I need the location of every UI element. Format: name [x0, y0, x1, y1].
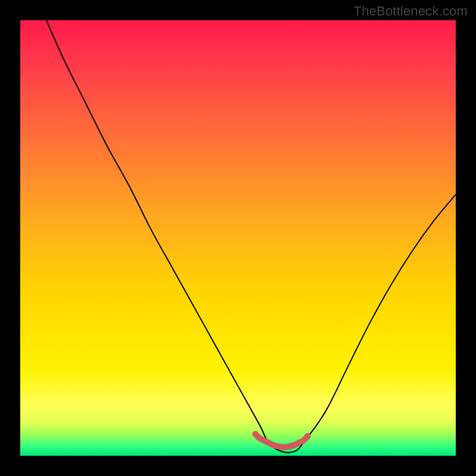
bottleneck-curve: [46, 20, 456, 453]
chart-svg: [20, 20, 456, 456]
tolerance-left-dot: [252, 431, 258, 437]
chart-plot-area: [20, 20, 456, 456]
tolerance-right-dot: [305, 433, 311, 439]
attribution-text: TheBottleneck.com: [353, 4, 468, 19]
tolerance-band: [255, 434, 308, 447]
